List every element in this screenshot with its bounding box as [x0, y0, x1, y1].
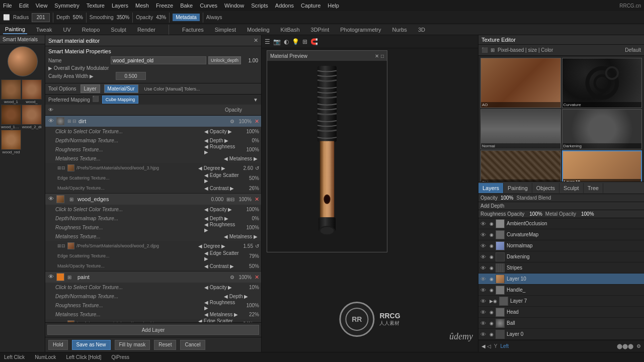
rp-tab-objects[interactable]: Objects — [532, 183, 559, 193]
rp-eye-handle[interactable]: 👁 — [480, 287, 488, 293]
dirt-delete-btn[interactable]: ✕ — [255, 118, 259, 125]
vp-icon-snap[interactable]: 🧲 — [310, 38, 318, 45]
menu-capture[interactable]: Capture — [301, 3, 320, 9]
tab-photogrammetry[interactable]: Photogrammetry — [338, 26, 383, 34]
rp-eye-l10[interactable]: 👁 — [480, 276, 488, 282]
material-item-wood1dark[interactable]: wood_1_darked — [1, 105, 21, 129]
mat-preview-close[interactable]: ✕ — [375, 53, 379, 59]
tab-tweak[interactable]: Tweak — [34, 26, 54, 34]
rp-tab-sculpt[interactable]: Sculpt — [559, 183, 584, 193]
tab-uv[interactable]: UV — [61, 26, 73, 34]
tab-painting[interactable]: Painting — [3, 25, 27, 34]
menu-window[interactable]: Window — [224, 3, 244, 9]
nav-left-btn[interactable]: Left — [500, 343, 509, 349]
cancel-btn[interactable]: Cancel — [180, 340, 205, 350]
cavity-width-input[interactable] — [116, 72, 146, 80]
rp-eye-l7[interactable]: 👁 — [480, 298, 488, 304]
tab-sculpt[interactable]: Sculpt — [109, 26, 128, 34]
vp-icon-cam[interactable]: 📷 — [273, 38, 281, 45]
rp-eye-stripes[interactable]: 👁 — [480, 265, 488, 271]
fill-icon[interactable]: ⬜ — [3, 14, 10, 21]
vp-icon-settings[interactable]: ☰ — [265, 38, 270, 45]
tab-3dprint[interactable]: 3DPrint — [309, 26, 332, 34]
add-layer-btn[interactable]: Add Layer — [47, 325, 259, 335]
tab-modeling[interactable]: Modeling — [245, 26, 272, 34]
material-thumb-wood2[interactable] — [22, 79, 42, 100]
rp-layer-ball[interactable]: 👁 ◉ Ball — [478, 318, 644, 329]
menu-view[interactable]: View — [36, 3, 48, 9]
material-thumb-wood1dark[interactable] — [1, 105, 21, 125]
menu-bake[interactable]: Bake — [180, 3, 193, 9]
vp-icon-render[interactable]: ◐ — [284, 38, 289, 45]
we-tex1-refresh[interactable]: ↺ — [255, 243, 259, 249]
tab-kitbash[interactable]: KitBash — [279, 26, 302, 34]
rp-layer-handle[interactable]: 👁 ◉ Handle_ — [478, 285, 644, 296]
viewport[interactable]: ☰ 📷 ◐ 💡 ⊞ 🧲 Material Preview ✕ □ — [262, 35, 478, 352]
menu-symmetry[interactable]: Symmetry — [54, 3, 79, 9]
tex-layer10[interactable]: Layer 10 — [562, 150, 642, 182]
tab-material-sur[interactable]: Material/Sur — [104, 84, 138, 93]
layers-scroll[interactable]: 👁 ⊞ ⊟ dirt ⚙ 100% ✕ Click to Select Colo… — [45, 116, 261, 322]
layer-group-header-paint[interactable]: 👁 ⊞ paint ⚙ 100% ✕ — [45, 272, 261, 283]
pixel-based-icon[interactable]: ⬛ — [481, 47, 488, 53]
tab-render[interactable]: Render — [135, 26, 157, 34]
tab-factures[interactable]: Factures — [180, 26, 206, 34]
tab-retopo[interactable]: Retopo — [80, 26, 102, 34]
tab-layer[interactable]: Layer — [80, 84, 100, 93]
tex-large-ao[interactable]: AO — [480, 58, 561, 108]
menu-mesh[interactable]: Mesh — [135, 3, 149, 9]
material-item-wood1[interactable]: wood_1 — [1, 79, 21, 104]
close-smart-mat-icon[interactable]: ✕ — [254, 37, 258, 44]
cube-mapping-btn[interactable]: Cube Mapping — [102, 96, 139, 104]
menu-help[interactable]: Help — [328, 3, 339, 9]
rp-eye-dark[interactable]: 👁 — [480, 254, 488, 260]
vp-icon-grid[interactable]: ⊞ — [302, 38, 307, 45]
eye-dirt[interactable]: 👁 — [47, 118, 54, 125]
rp-layer-l0[interactable]: 👁 ◉ Layer 0 — [478, 329, 644, 340]
fill-by-mask-btn[interactable]: Fill by mask — [115, 340, 150, 350]
tex-large-curv[interactable]: Curvature — [562, 58, 642, 108]
rp-layer-section[interactable]: 👁 ◉ AmbientOcclusion 👁 ◉ CurvatureMap 👁 … — [478, 218, 644, 340]
menu-curves[interactable]: Curves — [200, 3, 217, 9]
menu-addons[interactable]: Addons — [275, 3, 294, 9]
rp-layer-stripes[interactable]: 👁 ◉ Stripes — [478, 262, 644, 274]
reset-btn[interactable]: Reset — [154, 340, 176, 350]
rp-layer-dark[interactable]: 👁 ◉ Darkening — [478, 251, 644, 262]
rp-layer-head[interactable]: 👁 ◉ Head — [478, 307, 644, 318]
material-thumb-wood2di[interactable] — [22, 105, 42, 125]
nav-arrows-left[interactable]: ◀ ◁ — [481, 343, 491, 349]
material-thumb-wood1[interactable] — [1, 79, 21, 100]
tab-nurbs[interactable]: Nurbs — [390, 26, 409, 34]
rp-eye-head[interactable]: 👁 — [480, 309, 488, 315]
rp-layer-norm[interactable]: 👁 ◉ Normalmap — [478, 240, 644, 251]
rp-layer-l7[interactable]: 👁 ▶◉ Layer 7 — [478, 296, 644, 307]
material-item-woodred[interactable]: wood_red — [1, 130, 21, 154]
rp-eye-ao[interactable]: 👁 — [480, 221, 488, 227]
metadata-btn[interactable]: Metadata — [173, 14, 200, 21]
menu-edit[interactable]: Edit — [19, 3, 29, 9]
mat-preview-max[interactable]: □ — [381, 53, 384, 59]
menu-freeze[interactable]: Freeze — [156, 3, 173, 9]
rp-layer-curv[interactable]: 👁 ◉ CurvatureMap — [478, 229, 644, 240]
material-thumb-woodred[interactable] — [1, 130, 21, 150]
radius-input[interactable] — [32, 13, 50, 22]
rp-tab-painting[interactable]: Painting — [504, 183, 532, 193]
material-name-input[interactable] — [111, 56, 206, 64]
nav-gear-icon[interactable]: ⚙ — [636, 343, 641, 349]
tex-dark[interactable]: Darkening — [562, 109, 642, 149]
save-as-new-btn[interactable]: Save as New — [72, 340, 111, 350]
rp-eye-ball[interactable]: 👁 — [480, 320, 488, 326]
rp-eye-norm[interactable]: 👁 — [480, 243, 488, 249]
material-item-wood2di[interactable]: wood_2_di — [22, 105, 42, 129]
rp-tab-tree[interactable]: Tree — [584, 183, 603, 193]
menu-layers[interactable]: Layers — [112, 3, 128, 9]
dirt-tex1-refresh[interactable]: ↺ — [255, 165, 259, 171]
paint-delete-btn[interactable]: ✕ — [255, 274, 259, 281]
dirt-settings-icon[interactable]: ⚙ — [230, 119, 234, 124]
material-item-wood2[interactable]: wood_ — [22, 79, 42, 104]
rp-eye-l0[interactable]: 👁 — [480, 331, 488, 337]
we-delete-btn[interactable]: ✕ — [255, 196, 259, 203]
tab-simplest[interactable]: Simplest — [213, 26, 238, 34]
menu-scripts[interactable]: Scripts — [251, 3, 268, 9]
rp-tab-layers[interactable]: Layers — [478, 183, 504, 193]
